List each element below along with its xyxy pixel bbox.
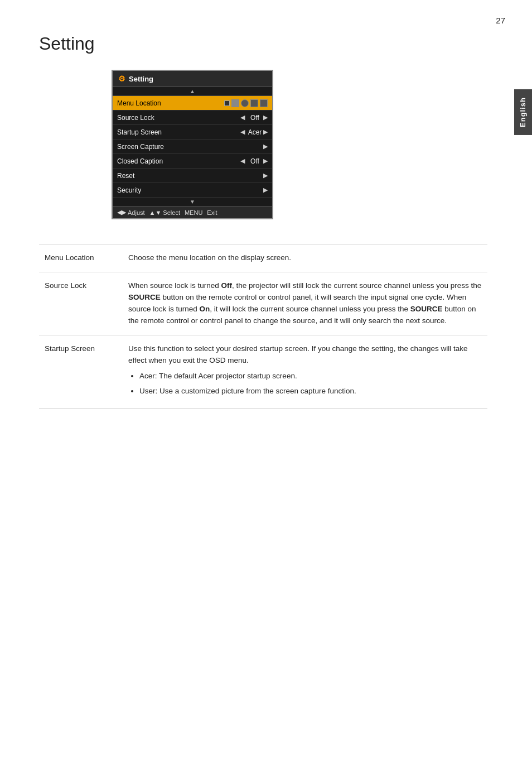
desc-term-startup-screen: Startup Screen xyxy=(39,335,123,409)
icon-circle-1 xyxy=(241,99,249,107)
page-title: Setting xyxy=(39,33,487,54)
osd-row-closed-caption[interactable]: Closed Caption ◀ Off ▶ xyxy=(113,154,272,169)
osd-right-arrow-source-lock: ▶ xyxy=(263,114,268,121)
osd-exit-item: Exit xyxy=(207,209,217,216)
osd-menu-location-icons xyxy=(224,99,268,107)
osd-value-source-lock: Off xyxy=(246,114,263,122)
icon-sq-1 xyxy=(224,100,230,106)
osd-left-arrow-source-lock: ◀ xyxy=(239,114,246,121)
desc-row-source-lock: Source Lock When source lock is turned O… xyxy=(39,272,487,335)
osd-title-bar: ⚙ Setting xyxy=(113,71,272,87)
description-table: Menu Location Choose the menu location o… xyxy=(39,244,487,409)
osd-label-reset: Reset xyxy=(117,172,263,180)
osd-row-security[interactable]: Security ▶ xyxy=(113,183,272,198)
osd-bottom-bar: ◀▶ Adjust ▲▼ Select MENU Exit xyxy=(113,206,272,218)
desc-term-source-lock: Source Lock xyxy=(39,272,123,335)
bullet-user: User: Use a customized picture from the … xyxy=(139,386,482,397)
osd-title-label: Setting xyxy=(129,75,153,83)
osd-label-screen-capture: Screen Capture xyxy=(117,143,263,151)
osd-value-startup-screen: Acer xyxy=(246,128,263,136)
gear-icon: ⚙ xyxy=(118,74,125,83)
osd-select-label: Select xyxy=(163,209,180,216)
desc-row-startup-screen: Startup Screen Use this function to sele… xyxy=(39,335,487,409)
osd-value-closed-caption: Off xyxy=(246,157,263,165)
osd-menu-label: MENU xyxy=(185,209,202,216)
osd-select-item: ▲▼ Select xyxy=(149,209,180,216)
osd-label-startup-screen: Startup Screen xyxy=(117,128,239,136)
osd-scroll-down: ▼ xyxy=(113,198,272,206)
osd-left-arrow-startup: ◀ xyxy=(239,128,246,136)
osd-row-startup-screen[interactable]: Startup Screen ◀ Acer ▶ xyxy=(113,125,272,140)
osd-label-security: Security xyxy=(117,186,263,194)
osd-exit-label: Exit xyxy=(207,209,217,216)
icon-box-1 xyxy=(231,99,239,107)
icon-box-2 xyxy=(250,99,258,107)
osd-menu-container: ⚙ Setting ▲ Menu Location Source Lock xyxy=(112,70,273,219)
desc-term-menu-location: Menu Location xyxy=(39,244,123,272)
desc-row-menu-location: Menu Location Choose the menu location o… xyxy=(39,244,487,272)
osd-menu-item: MENU xyxy=(185,209,202,216)
osd-right-arrow-startup: ▶ xyxy=(263,128,268,136)
osd-row-menu-location[interactable]: Menu Location xyxy=(113,96,272,110)
startup-screen-bullets: Acer: The default Acer projector startup… xyxy=(139,371,482,397)
desc-detail-source-lock: When source lock is turned Off, the proj… xyxy=(123,272,487,335)
osd-label-menu-location: Menu Location xyxy=(117,99,224,107)
osd-row-reset[interactable]: Reset ▶ xyxy=(113,169,272,183)
osd-adjust-label: Adjust xyxy=(128,209,145,216)
osd-menu: ⚙ Setting ▲ Menu Location Source Lock xyxy=(112,70,273,219)
osd-row-screen-capture[interactable]: Screen Capture ▶ xyxy=(113,140,272,154)
osd-left-arrow-caption: ◀ xyxy=(239,157,246,165)
osd-right-arrow-caption: ▶ xyxy=(263,157,268,165)
osd-row-source-lock[interactable]: Source Lock ◀ Off ▶ xyxy=(113,110,272,125)
osd-right-arrow-reset: ▶ xyxy=(263,172,268,179)
osd-select-icon: ▲▼ xyxy=(149,209,162,216)
osd-adjust-icon: ◀▶ xyxy=(117,209,126,216)
osd-adjust-item: ◀▶ Adjust xyxy=(117,209,145,216)
page-number: 27 xyxy=(496,16,505,25)
desc-detail-startup-screen: Use this function to select your desired… xyxy=(123,335,487,409)
osd-scroll-up: ▲ xyxy=(113,87,272,96)
osd-label-closed-caption: Closed Caption xyxy=(117,157,239,165)
osd-right-arrow-screen-capture: ▶ xyxy=(263,143,268,150)
osd-label-source-lock: Source Lock xyxy=(117,114,239,122)
side-tab-english: English xyxy=(514,89,532,135)
desc-detail-menu-location: Choose the menu location on the display … xyxy=(123,244,487,272)
icon-box-3 xyxy=(260,99,268,107)
osd-right-arrow-security: ▶ xyxy=(263,186,268,194)
bullet-acer: Acer: The default Acer projector startup… xyxy=(139,371,482,382)
